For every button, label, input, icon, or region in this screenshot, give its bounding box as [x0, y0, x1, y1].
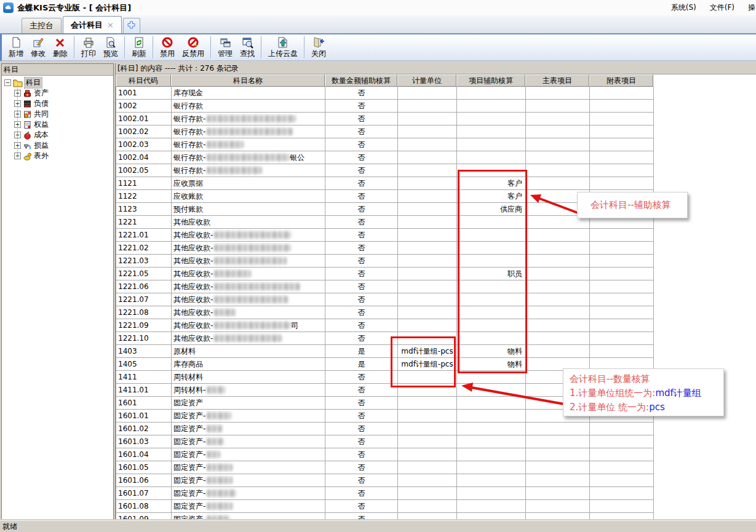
- cell-main-table: [526, 87, 590, 100]
- toolbar-button-preview[interactable]: 预览: [100, 34, 121, 60]
- cell-qty-assist: 是: [325, 358, 398, 371]
- cell-unit: [398, 151, 457, 164]
- undisable-icon: [187, 36, 199, 49]
- table-row[interactable]: 1121应收票据否客户: [116, 177, 654, 190]
- cell-main-table: [526, 423, 590, 435]
- toolbar-button-upload-cloud[interactable]: 上传云盘: [265, 34, 301, 60]
- table-row[interactable]: 1002.04银行存款-银公否: [116, 151, 654, 164]
- cell-qty-assist: 否: [325, 164, 398, 177]
- table-row[interactable]: 1411周转材料否: [116, 371, 654, 384]
- table-row[interactable]: 1403原材料是mdf计量组-pcs物料: [116, 345, 654, 358]
- toolbar-button-find[interactable]: 查找: [237, 34, 258, 60]
- toolbar-button-edit[interactable]: 修改: [28, 34, 49, 60]
- toolbar-button-close-exit[interactable]: 关闭: [308, 34, 329, 60]
- table-row[interactable]: 1601固定资产否: [116, 397, 654, 410]
- table-row[interactable]: 1601.01固定资产-否: [116, 410, 654, 423]
- toolbar-button-delete[interactable]: 删除: [50, 34, 71, 60]
- cell-name: 固定资产-: [172, 435, 325, 448]
- toolbar-button-manage[interactable]: 管理: [215, 34, 236, 60]
- toolbar-button-print[interactable]: 打印: [78, 34, 99, 60]
- cell-qty-assist: 否: [325, 216, 398, 229]
- cell-name: 其他应收款-: [172, 255, 325, 268]
- cell-sub-table: [590, 203, 654, 216]
- cell-code: 1411: [116, 371, 172, 384]
- table-row[interactable]: 1405库存商品是mdf计量组-pcs物料: [116, 358, 654, 371]
- tree-item-权益[interactable]: +权益: [2, 119, 113, 130]
- column-header-2[interactable]: 科目名称: [171, 74, 325, 87]
- cell-project-assist: [457, 242, 526, 255]
- table-row[interactable]: 1002银行存款否: [116, 100, 654, 113]
- tree-item-表外[interactable]: +表外: [2, 151, 113, 161]
- table-row[interactable]: 1001库存现金否: [116, 87, 654, 100]
- table-row[interactable]: 1002.05银行存款-否: [116, 164, 654, 177]
- menu-clipped[interactable]: 操: [748, 2, 756, 13]
- column-header-3[interactable]: 数量金额辅助核算: [325, 74, 397, 87]
- table-row[interactable]: 1221其他应收款否: [116, 216, 654, 229]
- column-header-7[interactable]: 附表项目: [589, 74, 653, 87]
- cell-qty-assist: 否: [325, 384, 398, 397]
- tab-close-icon[interactable]: ×: [107, 20, 114, 30]
- column-header-4[interactable]: 计量单位: [397, 74, 456, 87]
- table-row[interactable]: 1221.09其他应收款-司否: [116, 319, 654, 332]
- cell-main-table: [526, 345, 590, 358]
- table-row[interactable]: 1601.06固定资产-否: [116, 474, 654, 487]
- table-row[interactable]: 1221.02其他应收款-否: [116, 242, 654, 255]
- cell-project-assist: 物料: [457, 358, 526, 371]
- table-row[interactable]: 1221.03其他应收款-否: [116, 255, 654, 268]
- table-row[interactable]: 1002.02银行存款-否: [116, 125, 654, 138]
- tab-main-console[interactable]: 主控台: [22, 18, 62, 33]
- tree-item-共同[interactable]: +共同: [2, 109, 113, 119]
- tree-item-负债[interactable]: +负债: [2, 98, 113, 109]
- cell-sub-table: [590, 177, 654, 190]
- cell-unit: [398, 242, 457, 255]
- menu-system[interactable]: 系统(S): [671, 2, 696, 13]
- cell-sub-table: [590, 423, 654, 435]
- toolbar-button-disable[interactable]: 禁用: [157, 34, 178, 60]
- cell-sub-table: [590, 306, 654, 319]
- table-row[interactable]: 1601.05固定资产-否: [116, 461, 654, 474]
- table-row[interactable]: 1221.05其他应收款-否职员: [116, 268, 654, 280]
- collapse-icon[interactable]: −: [4, 79, 11, 86]
- tab-account-subjects[interactable]: 会计科目 ×: [63, 16, 122, 33]
- table-row[interactable]: 1601.03固定资产-否: [116, 435, 654, 448]
- table-row[interactable]: 1601.09固定资产-否: [116, 513, 654, 519]
- cell-code: 1002.04: [116, 151, 172, 164]
- cell-qty-assist: 否: [325, 242, 398, 255]
- cell-project-assist: [457, 474, 526, 487]
- table-row[interactable]: 1601.04固定资产-否: [116, 448, 654, 461]
- table-row[interactable]: 1221.10其他应收款-否: [116, 332, 654, 345]
- cell-project-assist: [457, 332, 526, 345]
- table-row[interactable]: 1221.06其他应收款-否: [116, 280, 654, 293]
- table-row[interactable]: 1002.03银行存款-否: [116, 138, 654, 151]
- toolbar-button-label: 禁用: [160, 49, 175, 59]
- toolbar-button-undisable[interactable]: 反禁用: [179, 34, 207, 60]
- table-row[interactable]: 1411.01周转材料-否: [116, 384, 654, 397]
- cell-unit: [398, 203, 457, 216]
- table-row[interactable]: 1601.07固定资产-否: [116, 487, 654, 500]
- table-row[interactable]: 1221.08其他应收款-否: [116, 306, 654, 319]
- table-row[interactable]: 1123预付账款否供应商: [116, 203, 654, 216]
- table-row[interactable]: 1601.02固定资产-否: [116, 423, 654, 435]
- menu-file[interactable]: 文件(F): [710, 2, 734, 13]
- tree-item-成本[interactable]: +成本: [2, 130, 113, 140]
- tree-item-资产[interactable]: +资产: [2, 88, 113, 98]
- column-header-6[interactable]: 主表项目: [525, 74, 589, 87]
- table-row[interactable]: 1002.01银行存款-否: [116, 113, 654, 125]
- redacted-text: [207, 167, 262, 174]
- table-row[interactable]: 1221.01其他应收款-否: [116, 229, 654, 242]
- toolbar-button-new-doc[interactable]: 新增: [6, 34, 26, 60]
- new-tab-button[interactable]: [123, 18, 140, 33]
- table-row[interactable]: 1122应收账款否客户: [116, 190, 654, 203]
- kingdee-cloud-logo-icon: [3, 2, 14, 13]
- tree-item-label: 成本: [34, 130, 49, 140]
- toolbar-button-label: 查找: [240, 49, 255, 59]
- cell-qty-assist: 否: [325, 397, 398, 410]
- column-header-1[interactable]: 科目代码: [116, 74, 171, 87]
- table-row[interactable]: 1221.07其他应收款-否: [116, 293, 654, 306]
- table-row[interactable]: 1601.08固定资产-否: [116, 500, 654, 513]
- column-header-5[interactable]: 项目辅助核算: [456, 74, 525, 87]
- toolbar-button-refresh[interactable]: 刷新: [129, 34, 149, 60]
- tree-item-损益[interactable]: +损益: [2, 140, 113, 151]
- tree-item-科目[interactable]: −科目: [2, 77, 113, 88]
- cell-main-table: [526, 242, 590, 255]
